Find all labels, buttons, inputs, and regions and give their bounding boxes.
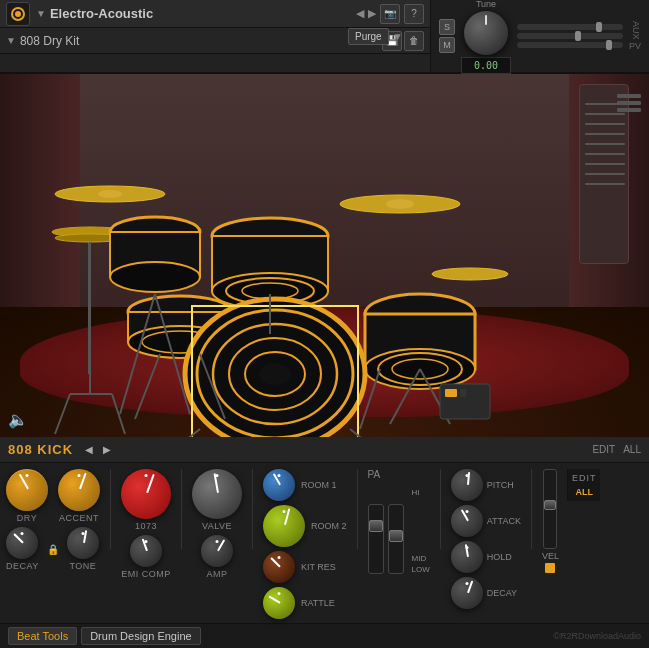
decay-r-row: DECAY xyxy=(451,577,517,609)
tone-knob[interactable] xyxy=(67,527,99,559)
valve-label: VALVE xyxy=(202,521,232,531)
room2-row: ROOM 2 xyxy=(263,505,347,547)
tone-knob-group: TONE xyxy=(67,527,99,571)
room2-knob-group xyxy=(263,505,305,547)
instrument-label-bar: 808 KICK ◀ ▶ EDIT ALL xyxy=(0,437,649,463)
delete-button[interactable]: 🗑 xyxy=(404,31,424,51)
decay-r-knob[interactable] xyxy=(451,577,483,609)
info-button[interactable]: ? xyxy=(404,4,424,24)
bottom-section: 808 KICK ◀ ▶ EDIT ALL xyxy=(0,437,649,623)
vel-indicator xyxy=(545,563,555,573)
rattle-knob-group xyxy=(263,587,295,619)
slider-1[interactable] xyxy=(517,24,623,30)
pa-section: PA xyxy=(368,469,430,574)
svg-rect-50 xyxy=(460,389,466,397)
attack-knob[interactable] xyxy=(451,505,483,537)
svg-line-41 xyxy=(55,394,70,434)
decay-label: DECAY xyxy=(6,561,39,571)
edit-label: EDIT xyxy=(592,444,615,455)
room1-knob[interactable] xyxy=(263,469,295,501)
hold-label: HOLD xyxy=(487,552,512,562)
vel-section: VEL xyxy=(542,469,559,573)
fader-slider-2[interactable] xyxy=(388,504,404,574)
kit-res-label: KIT RES xyxy=(301,562,336,572)
valve-section: VALVE AMP xyxy=(192,469,242,579)
1073-label: 1073 xyxy=(135,521,157,531)
lock-icon[interactable]: 🔒 xyxy=(47,544,59,555)
accent-knob-group: ACCENT xyxy=(58,469,100,523)
slider-2[interactable] xyxy=(517,33,623,39)
amp-knob[interactable] xyxy=(201,535,233,567)
svg-line-46 xyxy=(350,429,375,437)
room1-row: ROOM 1 xyxy=(263,469,347,501)
top-right: S M Tune 0.00 xyxy=(430,0,649,72)
s-button[interactable]: S xyxy=(439,19,455,35)
emi-comp-knob-group: EMI COMP xyxy=(121,535,171,579)
knob-row-2: DECAY 🔒 TONE xyxy=(6,527,100,571)
drum-kit-svg xyxy=(0,74,540,437)
kit-res-row: KIT RES xyxy=(263,551,347,583)
kit-expand-arrow[interactable]: ▼ xyxy=(6,35,16,46)
fader-ch2 xyxy=(388,504,404,574)
prev-arrow[interactable]: ◀ xyxy=(81,442,97,457)
slider-3[interactable] xyxy=(517,42,623,48)
dry-label: DRY xyxy=(17,513,37,523)
tune-knob[interactable] xyxy=(464,11,508,55)
amp-knob-group: AMP xyxy=(201,535,233,579)
beat-tools-tab[interactable]: Beat Tools xyxy=(8,627,77,645)
purge-button[interactable]: Purge xyxy=(348,28,389,45)
left-arrow[interactable]: ◀ xyxy=(356,7,364,20)
svg-point-26 xyxy=(432,268,508,280)
controls-container: 808 KICK ◀ ▶ EDIT ALL xyxy=(0,437,649,623)
svg-point-23 xyxy=(98,190,122,198)
1073-knob[interactable] xyxy=(121,469,171,519)
room1-label: ROOM 1 xyxy=(301,480,337,490)
sm-buttons: S M xyxy=(439,19,455,53)
rattle-label: RATTLE xyxy=(301,598,335,608)
purge-arrow[interactable]: ▼ xyxy=(393,31,403,42)
1073-knob-group: 1073 xyxy=(121,469,171,531)
room2-label: ROOM 2 xyxy=(311,521,347,531)
pa-faders: HI MID LOW xyxy=(368,488,430,574)
top-bar: ▼ Electro-Acoustic ◀ ▶ 📷 ? xyxy=(0,0,430,28)
vel-label: VEL xyxy=(542,551,559,561)
eq-section: 1073 EMI COMP xyxy=(121,469,171,579)
camera-button[interactable]: 📷 xyxy=(380,4,400,24)
m-button[interactable]: M xyxy=(439,37,455,53)
room2-knob[interactable] xyxy=(263,505,305,547)
hi-label: HI xyxy=(412,488,430,497)
speaker-icon[interactable]: 🔈 xyxy=(8,410,28,429)
edit-text: EDIT xyxy=(572,473,597,483)
nav-arrows: ◀ ▶ xyxy=(81,442,115,457)
valve-knob-group: VALVE xyxy=(192,469,242,531)
svg-point-21 xyxy=(110,262,200,292)
emi-comp-knob[interactable] xyxy=(130,535,162,567)
accent-knob[interactable] xyxy=(58,469,100,511)
rattle-knob[interactable] xyxy=(263,587,295,619)
main-container: ▼ Electro-Acoustic ◀ ▶ 📷 ? ▼ 808 Dry Kit… xyxy=(0,0,649,648)
pa-label: PA xyxy=(368,469,430,480)
drum-viz: 🔈 xyxy=(0,74,649,437)
svg-point-32 xyxy=(259,363,291,385)
valve-knob[interactable] xyxy=(192,469,242,519)
kit-res-knob[interactable] xyxy=(263,551,295,583)
room1-knob-group xyxy=(263,469,295,501)
vel-slider[interactable] xyxy=(543,469,557,549)
next-arrow[interactable]: ▶ xyxy=(99,442,115,457)
drum-design-tab[interactable]: Drum Design Engine xyxy=(81,627,201,645)
decay-knob[interactable] xyxy=(6,527,38,559)
emi-comp-label: EMI COMP xyxy=(121,569,171,579)
attack-row: ATTACK xyxy=(451,505,521,537)
top-panel: ▼ Electro-Acoustic ◀ ▶ 📷 ? ▼ 808 Dry Kit… xyxy=(0,0,649,74)
right-arrow[interactable]: ▶ xyxy=(368,7,376,20)
vert-bars xyxy=(617,94,641,112)
tune-section: Tune 0.00 xyxy=(461,0,511,74)
hold-knob[interactable] xyxy=(451,541,483,573)
decay-r-label: DECAY xyxy=(487,588,517,598)
dry-knob[interactable] xyxy=(6,469,48,511)
attack-label: ATTACK xyxy=(487,516,521,526)
pitch-knob[interactable] xyxy=(451,469,483,501)
svg-line-43 xyxy=(135,354,160,419)
fader-slider-1[interactable] xyxy=(368,504,384,574)
expand-arrow[interactable]: ▼ xyxy=(36,8,46,19)
